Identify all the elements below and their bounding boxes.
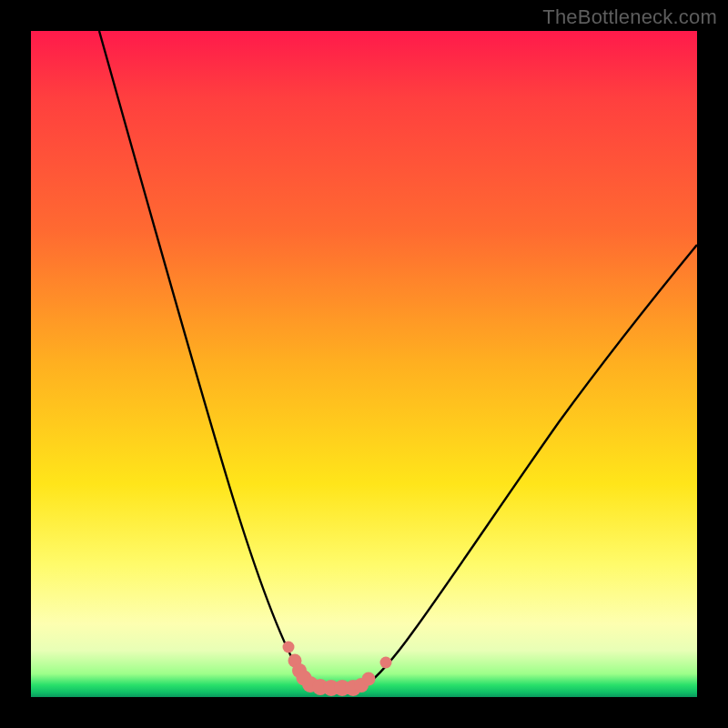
right-curve xyxy=(363,245,697,688)
outer-frame: TheBottleneck.com xyxy=(0,0,728,728)
valley-markers xyxy=(283,642,392,697)
watermark-text: TheBottleneck.com xyxy=(542,5,717,29)
left-curve xyxy=(99,31,315,688)
plot-area xyxy=(31,31,697,697)
svg-point-0 xyxy=(283,642,295,653)
svg-point-10 xyxy=(362,672,376,686)
svg-point-11 xyxy=(380,657,392,669)
chart-svg xyxy=(31,31,697,697)
